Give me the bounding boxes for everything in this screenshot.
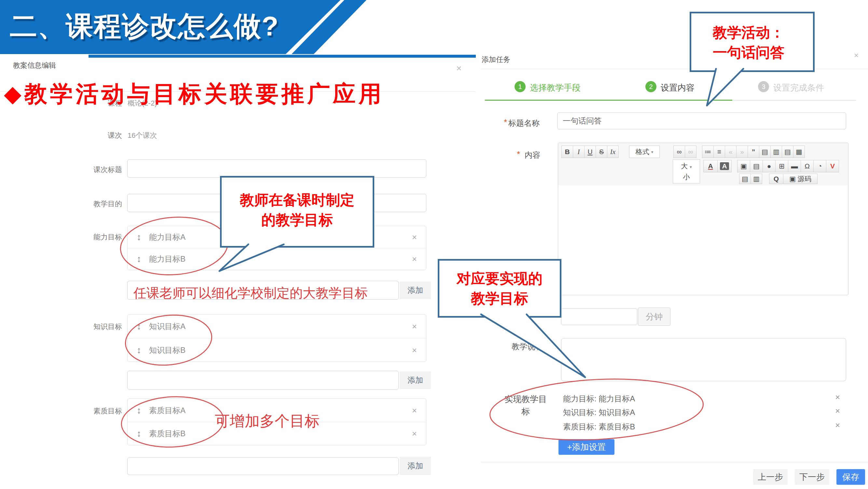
align-right-icon[interactable]: ▤ — [782, 146, 794, 158]
teaching-note-textarea[interactable] — [561, 338, 846, 381]
font-size-dropdown[interactable]: 大▾ 小 — [673, 159, 700, 183]
save-button[interactable]: 保存 — [836, 469, 865, 485]
indent-icon: » — [736, 146, 748, 158]
drag-handle-icon[interactable]: ↕ — [137, 428, 141, 439]
callout-text: 教学目标 — [439, 288, 560, 308]
align-left-icon[interactable]: ▤ — [759, 146, 771, 158]
remove-goal-icon[interactable]: × — [412, 345, 417, 355]
link-icon[interactable]: ∞ — [673, 146, 685, 158]
insert-media-icon[interactable]: ▤ — [750, 160, 763, 172]
rich-text-editor: B I U S Ix 格式▾ ∞ ∞ ≔ ≡ « » ” ▤ — [558, 143, 848, 295]
required-mark: * — [517, 149, 520, 159]
ability-goal-label: 能力目标 — [44, 232, 122, 242]
lesson-count-label: 课次 — [44, 131, 122, 140]
teaching-purpose-label: 教学目的 — [44, 199, 122, 209]
drag-handle-icon[interactable]: ↕ — [137, 345, 141, 355]
align-center-icon[interactable]: ▥ — [770, 146, 782, 158]
achieved-goal-item: 能力目标: 能力目标A — [563, 394, 635, 404]
callout-text: 教学活动： — [713, 23, 813, 42]
drag-handle-icon[interactable]: ↕ — [137, 254, 141, 264]
right-dialog-close-icon[interactable]: × — [854, 52, 859, 59]
quality-goal-label: 素质目标 — [44, 406, 122, 416]
align-justify-icon[interactable]: ▦ — [793, 146, 805, 158]
task-title-input[interactable] — [557, 112, 846, 130]
remove-goal-icon[interactable]: × — [412, 232, 417, 242]
search-icon[interactable]: Q — [769, 174, 783, 184]
callout-activity: 教学活动： 一句话问答 — [690, 12, 815, 72]
remove-goal-icon[interactable]: × — [835, 420, 840, 430]
remove-goal-icon[interactable]: × — [412, 429, 417, 439]
next-step-button[interactable]: 下一步 — [795, 469, 829, 485]
source-code-button[interactable]: ▣ 源码 — [783, 174, 817, 184]
goal-row[interactable]: ↕ 能力目标B × — [128, 248, 426, 270]
ability-goal-add-button[interactable]: 添加 — [400, 282, 431, 299]
editor-content-area[interactable] — [558, 185, 848, 295]
drag-handle-icon[interactable]: ↕ — [137, 405, 141, 416]
knowledge-goal-group: ↕ 知识目标A × ↕ 知识目标B × — [127, 314, 426, 362]
tab-step-completion: 设置完成条件 — [773, 82, 824, 93]
quality-goal-new-input[interactable] — [127, 457, 399, 475]
editor-toolbar: B I U S Ix 格式▾ ∞ ∞ ≔ ≡ « » ” ▤ — [558, 143, 848, 186]
remove-goal-icon[interactable]: × — [412, 405, 417, 415]
prev-step-button[interactable]: 上一步 — [753, 469, 787, 485]
callout-target-goals: 对应要实现的 教学目标 — [438, 259, 561, 318]
goal-item-text: 能力目标B — [149, 254, 186, 264]
bg-color-icon[interactable]: A — [717, 160, 732, 172]
drag-handle-icon[interactable]: ↕ — [137, 232, 141, 242]
insert-table-icon[interactable]: ⊞ — [775, 160, 788, 172]
annotation-note-multi: 可增加多个目标 — [215, 411, 319, 431]
slide-title: 二、课程诊改怎么做? — [10, 8, 279, 45]
add-setting-button[interactable]: +添加设置 — [558, 439, 615, 455]
underline-icon[interactable]: U — [584, 146, 596, 158]
drag-handle-icon[interactable]: ↕ — [137, 321, 141, 332]
horizontal-rule-icon[interactable]: ▬ — [788, 160, 801, 172]
callout-teacher-goals: 教师在备课时制定 的教学目标 — [220, 176, 374, 248]
goal-row[interactable]: ↕ 知识目标A × — [128, 315, 426, 338]
goal-item-text: 知识目标B — [149, 345, 186, 355]
callout-text: 一句话问答 — [713, 42, 813, 62]
goal-item-text: 能力目标A — [149, 232, 186, 242]
knowledge-goal-add-button[interactable]: 添加 — [400, 371, 431, 389]
tab-step-set-content[interactable]: 设置内容 — [661, 82, 694, 93]
iframe-icon[interactable]: ◔ — [813, 160, 826, 172]
goal-row[interactable]: ↕ 知识目标B × — [128, 338, 426, 362]
minutes-unit-label: 分钟 — [638, 308, 671, 326]
italic-icon[interactable]: I — [573, 146, 585, 158]
step-1-circle: 1 — [515, 81, 526, 92]
slide-canvas: 二、课程诊改怎么做? 教案信息编辑 × ◆教学活动与目标关联要推广应用 课程 概… — [0, 0, 868, 489]
callout-text: 的教学目标 — [222, 210, 373, 230]
quality-goal-add-button[interactable]: 添加 — [400, 457, 431, 475]
step-2-circle: 2 — [645, 81, 656, 92]
text-color-icon[interactable]: A — [703, 160, 718, 172]
format-dropdown[interactable]: 格式▾ — [629, 146, 660, 158]
bold-icon[interactable]: B — [561, 146, 573, 158]
lesson-title-input[interactable] — [127, 159, 426, 177]
tab-step-choose-method[interactable]: 选择教学手段 — [530, 82, 581, 93]
blockquote-icon[interactable]: ” — [748, 146, 759, 158]
remove-goal-icon[interactable]: × — [412, 321, 417, 332]
strikethrough-icon[interactable]: S — [596, 146, 607, 158]
knowledge-goal-new-input[interactable] — [127, 371, 399, 390]
goal-item-text: 素质目标B — [149, 428, 186, 439]
unlink-icon: ∞ — [685, 146, 696, 158]
annotation-note-refine: 任课老师可以细化学校制定的大教学目标 — [104, 284, 397, 302]
knowledge-goal-label: 知识目标 — [44, 322, 122, 332]
paste-text-icon[interactable]: ▤ — [739, 174, 751, 184]
remove-goal-icon[interactable]: × — [412, 254, 417, 264]
formula-icon[interactable]: V — [826, 160, 839, 172]
remove-goal-icon[interactable]: × — [835, 392, 840, 402]
insert-image-icon[interactable]: ▣ — [737, 160, 750, 172]
left-dialog-close-icon[interactable]: × — [456, 64, 462, 73]
achieved-goal-item: 素质目标: 素质目标B — [563, 422, 635, 432]
bullet-list-icon[interactable]: ≡ — [713, 146, 725, 158]
footer-divider — [481, 462, 868, 462]
chevron-down-icon: ▾ — [651, 149, 653, 154]
special-char-icon[interactable]: Ω — [801, 160, 814, 172]
duration-input[interactable] — [561, 308, 637, 325]
paste-word-icon[interactable]: ▥ — [750, 174, 762, 184]
ordered-list-icon[interactable]: ≔ — [702, 146, 714, 158]
lesson-title-label: 课次标题 — [44, 165, 122, 175]
insert-flash-icon[interactable]: ● — [763, 160, 776, 172]
remove-goal-icon[interactable]: × — [835, 406, 840, 416]
remove-format-icon[interactable]: Ix — [607, 146, 619, 158]
